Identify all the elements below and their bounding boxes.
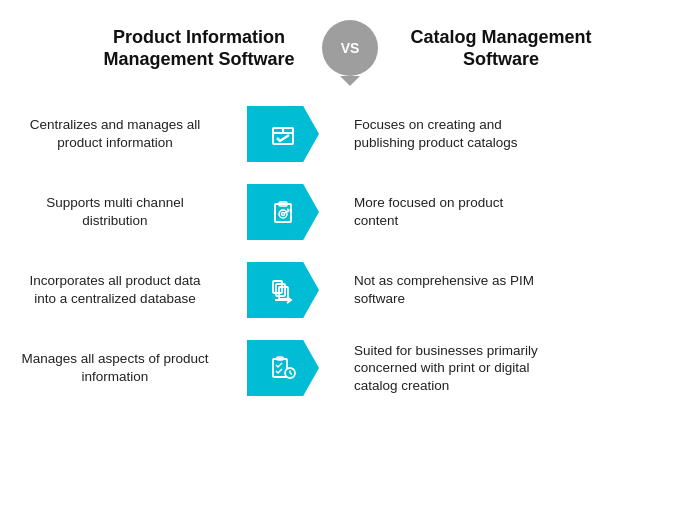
row-1-left: Centralizes and manages all product info…	[10, 116, 220, 151]
row-3-icon-wrapper	[238, 262, 328, 318]
row-2-icon-wrapper	[238, 184, 328, 240]
row-2-left: Supports multi channel distribution	[10, 194, 220, 229]
main-container: Product Information Management Software …	[0, 0, 700, 525]
row-3-right: Not as comprehensive as PIM software	[346, 272, 556, 307]
row-4-right: Suited for businesses primarily concerne…	[346, 342, 556, 395]
row-4-icon-wrapper	[238, 340, 328, 396]
clipboard-target-icon	[247, 184, 319, 240]
row-2-right: More focused on product content	[346, 194, 556, 229]
checklist-clock-icon	[247, 340, 319, 396]
box-check-icon	[247, 106, 319, 162]
row-3-left: Incorporates all product data into a cen…	[10, 272, 220, 307]
row-4-left: Manages all aspects of product informati…	[10, 350, 220, 385]
row-3: Incorporates all product data into a cen…	[10, 254, 690, 326]
books-arrow-icon	[247, 262, 319, 318]
svg-point-6	[282, 213, 285, 216]
svg-rect-9	[276, 284, 285, 296]
left-header-title: Product Information Management Software	[94, 26, 304, 71]
row-4: Manages all aspects of product informati…	[10, 332, 690, 404]
row-1-right: Focuses on creating and publishing produ…	[346, 116, 556, 151]
comparison-rows: Centralizes and manages all product info…	[10, 98, 690, 404]
vs-badge: VS	[322, 20, 378, 76]
row-1: Centralizes and manages all product info…	[10, 98, 690, 170]
svg-point-5	[279, 210, 287, 218]
row-1-icon-wrapper	[238, 106, 328, 162]
header: Product Information Management Software …	[10, 20, 690, 76]
right-header-title: Catalog Management Software	[396, 26, 606, 71]
row-2: Supports multi channel distribution	[10, 176, 690, 248]
